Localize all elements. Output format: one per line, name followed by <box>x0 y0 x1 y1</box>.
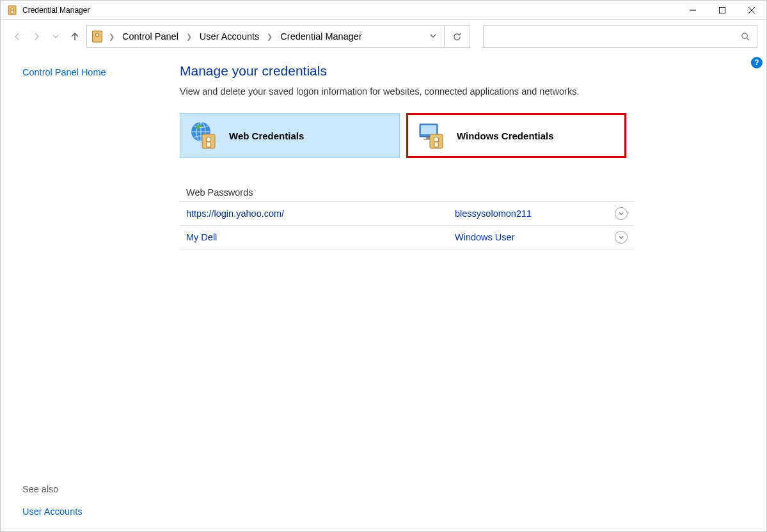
credential-user: blessysolomon211 <box>455 208 615 219</box>
svg-rect-2 <box>11 10 13 13</box>
refresh-button[interactable] <box>445 25 470 48</box>
svg-point-9 <box>742 33 747 38</box>
window-controls <box>678 1 766 20</box>
maximize-button[interactable] <box>708 1 737 20</box>
page-subtitle: View and delete your saved logon informa… <box>180 86 747 97</box>
search-icon <box>741 32 750 42</box>
address-bar[interactable]: ❯ Control Panel ❯ User Accounts ❯ Creden… <box>86 25 445 48</box>
titlebar: Credential Manager <box>1 1 766 20</box>
minimize-button[interactable] <box>678 1 708 20</box>
svg-rect-22 <box>434 142 438 147</box>
credential-user: Windows User <box>455 232 615 242</box>
credential-row[interactable]: https://login.yahoo.com/ blessysolomon21… <box>180 201 634 225</box>
tile-label: Windows Credentials <box>457 130 554 141</box>
window-title: Credential Manager <box>22 6 90 15</box>
monitor-vault-icon <box>417 120 448 151</box>
sidebar-link-user-accounts[interactable]: User Accounts <box>22 506 83 517</box>
globe-vault-icon <box>189 120 220 151</box>
breadcrumb-credential-manager[interactable]: Credential Manager <box>276 29 365 44</box>
credentials-table: Web Passwords https://login.yahoo.com/ b… <box>180 184 634 249</box>
svg-point-21 <box>434 137 439 142</box>
sidebar: Control Panel Home See also User Account… <box>1 53 161 531</box>
svg-rect-15 <box>207 142 210 147</box>
tile-web-credentials[interactable]: Web Credentials <box>180 113 400 158</box>
chevron-right-icon[interactable]: ❯ <box>185 33 193 41</box>
back-button[interactable] <box>10 29 25 44</box>
see-also-heading: See also <box>22 484 161 494</box>
breadcrumb-control-panel[interactable]: Control Panel <box>118 29 182 44</box>
help-icon[interactable]: ? <box>751 57 763 68</box>
expand-button[interactable] <box>615 231 628 244</box>
svg-point-8 <box>96 33 99 36</box>
svg-point-1 <box>11 8 13 10</box>
address-dropdown[interactable] <box>425 33 441 40</box>
credential-site: My Dell <box>186 232 455 242</box>
search-input[interactable] <box>483 25 757 48</box>
forward-button[interactable] <box>29 29 44 44</box>
tile-label: Web Credentials <box>229 130 304 141</box>
sidebar-link-home[interactable]: Control Panel Home <box>22 67 161 77</box>
chevron-right-icon[interactable]: ❯ <box>107 33 116 41</box>
svg-rect-4 <box>720 7 725 13</box>
navigation-row: ❯ Control Panel ❯ User Accounts ❯ Creden… <box>1 20 766 53</box>
chevron-right-icon[interactable]: ❯ <box>265 33 274 41</box>
vault-icon <box>91 30 104 43</box>
svg-line-10 <box>747 38 749 40</box>
up-button[interactable] <box>67 29 83 44</box>
expand-button[interactable] <box>615 207 628 220</box>
section-heading: Web Passwords <box>180 184 634 201</box>
credential-row[interactable]: My Dell Windows User <box>180 225 634 249</box>
recent-dropdown[interactable] <box>48 29 63 44</box>
app-icon <box>7 5 17 15</box>
main-content: ? Manage your credentials View and delet… <box>161 53 766 531</box>
tile-windows-credentials[interactable]: Windows Credentials <box>406 113 626 158</box>
close-button[interactable] <box>737 1 766 20</box>
svg-rect-17 <box>421 125 436 134</box>
page-title: Manage your credentials <box>180 63 747 79</box>
breadcrumb-user-accounts[interactable]: User Accounts <box>196 29 264 44</box>
credential-site: https://login.yahoo.com/ <box>186 208 455 219</box>
svg-point-14 <box>206 137 211 142</box>
